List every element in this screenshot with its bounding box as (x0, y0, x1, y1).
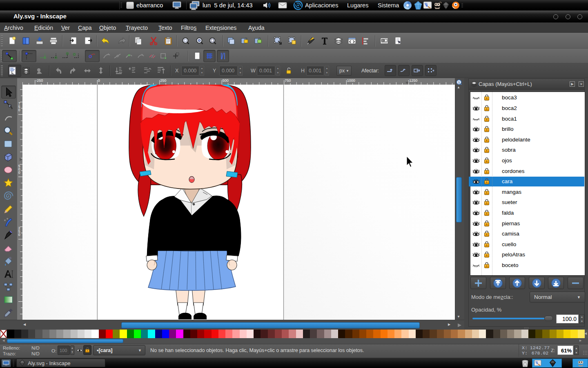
svg-text:1: 1 (458, 81, 460, 84)
svg-text:0: 0 (98, 79, 100, 83)
svg-text:0: 0 (18, 233, 20, 237)
svg-text:0: 0 (18, 108, 20, 112)
svg-text:500: 500 (223, 79, 229, 83)
svg-text:-250: -250 (36, 79, 43, 83)
svg-text:1000: 1000 (347, 79, 355, 83)
svg-text:1250: 1250 (409, 79, 417, 83)
svg-text:250: 250 (160, 79, 166, 83)
svg-text:750: 750 (285, 79, 291, 83)
svg-text:0: 0 (18, 171, 20, 175)
